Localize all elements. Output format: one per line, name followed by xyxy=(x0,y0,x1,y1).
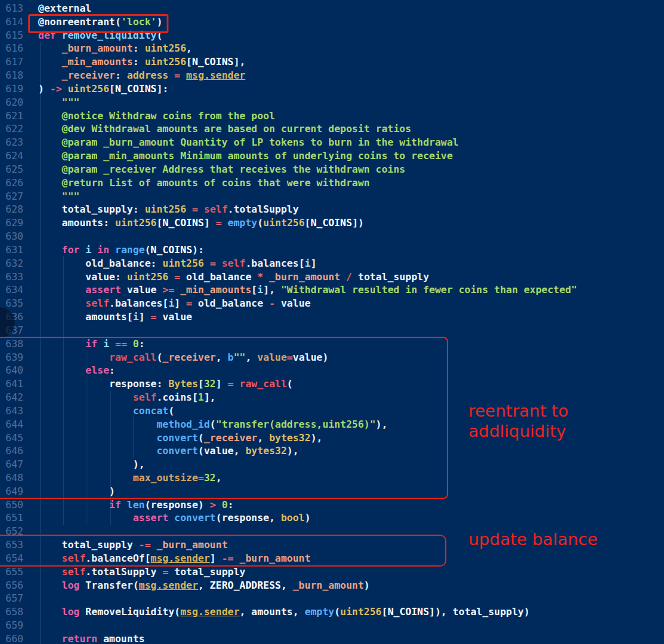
code-line: 660 return amounts xyxy=(0,632,664,644)
line-number[interactable]: 656 xyxy=(0,579,23,592)
line-number[interactable]: 629 xyxy=(0,216,23,230)
line-number[interactable]: 648 xyxy=(0,471,23,485)
code-token: _min_amounts xyxy=(180,284,251,296)
line-number[interactable]: 625 xyxy=(0,163,23,176)
line-number[interactable]: 643 xyxy=(0,404,23,418)
line-number[interactable]: 642 xyxy=(0,391,23,404)
line-number[interactable]: 630 xyxy=(0,230,23,243)
code-token: else xyxy=(85,364,109,376)
line-number[interactable]: 614 xyxy=(0,15,23,29)
line-number[interactable]: 621 xyxy=(0,109,23,123)
code-token: , xyxy=(216,472,222,484)
code-token: 1 xyxy=(198,391,204,403)
code-token: ( xyxy=(210,418,216,430)
line-number[interactable]: 640 xyxy=(0,364,23,377)
code-token: ( xyxy=(168,405,175,417)
code-text: self.coins[1], xyxy=(38,391,216,404)
code-token: , xyxy=(216,351,227,363)
line-number[interactable]: 631 xyxy=(0,243,23,257)
line-number[interactable]: 619 xyxy=(0,82,23,96)
code-token: [ xyxy=(382,606,388,618)
line-number[interactable]: 641 xyxy=(0,377,23,391)
line-number[interactable]: 620 xyxy=(0,96,23,109)
line-number[interactable]: 615 xyxy=(0,29,23,42)
code-token xyxy=(234,552,240,564)
code-text: convert(value, bytes32), xyxy=(38,444,299,458)
line-number[interactable]: 660 xyxy=(0,632,23,644)
line-number[interactable]: 633 xyxy=(0,270,23,284)
line-number[interactable]: 618 xyxy=(0,69,23,82)
line-number[interactable]: 654 xyxy=(0,552,23,565)
line-number[interactable]: 646 xyxy=(0,444,23,458)
line-number[interactable]: 655 xyxy=(0,565,23,579)
line-number[interactable]: 647 xyxy=(0,458,23,471)
code-text: old_balance: uint256 = self.balances[i] xyxy=(38,257,317,270)
code-text: log Transfer(msg.sender, ZERO_ADDRESS, _… xyxy=(38,579,370,592)
code-token: ( xyxy=(198,432,204,444)
code-token: msg.sender xyxy=(139,579,198,591)
code-text: raw_call(_receiver, b"", value=value) xyxy=(38,351,328,364)
code-token: uint256 xyxy=(340,606,381,618)
code-line: 632 old_balance: uint256 = self.balances… xyxy=(0,257,664,270)
code-token: for xyxy=(62,244,80,256)
annotation-note-reentrant-line2: addliquidity xyxy=(468,422,566,441)
line-number[interactable]: 616 xyxy=(0,42,23,55)
code-text: total_supply: uint256 = self.totalSupply xyxy=(38,203,299,216)
line-number[interactable]: 658 xyxy=(0,605,23,619)
code-token: ]) xyxy=(352,217,364,229)
code-line: 626 @return List of amounts of coins tha… xyxy=(0,176,664,190)
code-token: self xyxy=(133,391,157,403)
line-number[interactable]: 634 xyxy=(0,283,23,297)
code-token: (value, xyxy=(198,445,245,457)
code-text: _burn_amount: uint256, xyxy=(38,42,192,55)
code-token xyxy=(216,257,222,269)
line-number[interactable]: 651 xyxy=(0,511,23,525)
code-text: log RemoveLiquidity(msg.sender, amounts,… xyxy=(38,605,530,619)
line-number[interactable]: 624 xyxy=(0,149,23,163)
code-token: old_balance xyxy=(192,297,269,309)
code-token: i xyxy=(168,297,175,309)
code-token: address xyxy=(127,69,168,81)
line-number[interactable]: 639 xyxy=(0,351,23,364)
code-token: value xyxy=(157,311,192,323)
line-number[interactable]: 649 xyxy=(0,485,23,498)
line-number[interactable]: 650 xyxy=(0,498,23,512)
code-token: : xyxy=(139,338,145,350)
code-token: [ xyxy=(157,217,163,229)
line-number[interactable]: 653 xyxy=(0,538,23,552)
code-token xyxy=(92,244,98,256)
line-number[interactable]: 644 xyxy=(0,418,23,431)
line-number[interactable]: 622 xyxy=(0,122,23,136)
line-number[interactable]: 613 xyxy=(0,2,23,15)
line-number[interactable]: 628 xyxy=(0,203,23,216)
line-number[interactable]: 617 xyxy=(0,55,23,69)
line-number[interactable]: 638 xyxy=(0,337,23,351)
code-editor[interactable]: 613@external614@nonreentrant('lock')615d… xyxy=(0,0,664,644)
annotation-note-update-balance: update balance xyxy=(468,529,598,549)
code-text: ), xyxy=(38,458,144,471)
code-token: "Withdrawal resulted in fewer coins than… xyxy=(281,284,577,296)
code-line: 651 assert convert(response, bool) xyxy=(0,511,664,525)
code-text: else: xyxy=(38,364,115,377)
line-number[interactable]: 626 xyxy=(0,176,23,190)
code-line: 637 xyxy=(0,324,664,337)
code-token: uint256 xyxy=(127,271,168,283)
line-number[interactable]: 657 xyxy=(0,592,23,605)
code-text: @external xyxy=(38,2,92,15)
code-text: max_outsize=32, xyxy=(38,471,222,485)
line-number[interactable]: 645 xyxy=(0,431,23,445)
code-token xyxy=(38,284,85,296)
line-number[interactable]: 659 xyxy=(0,619,23,632)
code-text: @param _min_amounts Minimum amounts of u… xyxy=(38,149,453,163)
line-number[interactable]: 627 xyxy=(0,190,23,203)
line-number[interactable]: 623 xyxy=(0,136,23,149)
code-token: .totalSupply xyxy=(85,566,162,578)
code-token: ] xyxy=(216,378,227,390)
code-token xyxy=(38,391,133,403)
code-token: >= xyxy=(162,284,174,296)
code-token: len xyxy=(127,499,145,511)
code-text: @notice Withdraw coins from the pool xyxy=(38,109,275,123)
line-number[interactable]: 632 xyxy=(0,257,23,270)
code-token xyxy=(198,203,204,215)
line-number[interactable]: 652 xyxy=(0,525,23,538)
